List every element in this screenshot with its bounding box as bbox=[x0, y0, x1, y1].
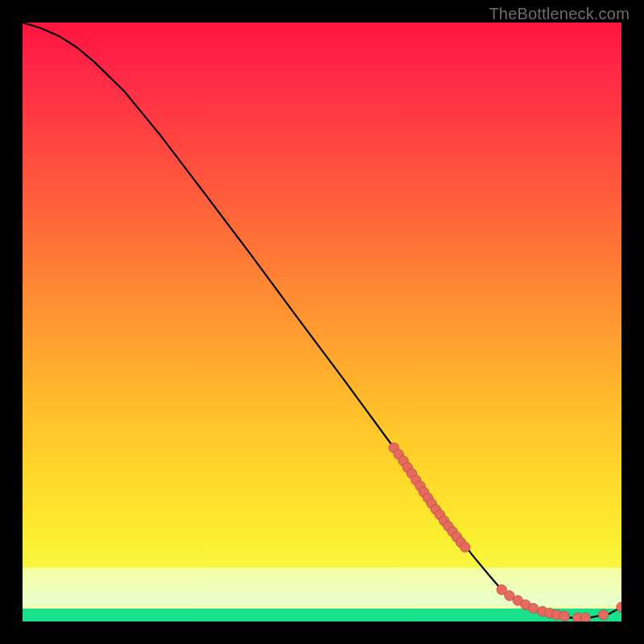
data-point-dot bbox=[598, 610, 608, 620]
data-point-dot bbox=[528, 603, 538, 613]
data-point-dot bbox=[460, 543, 470, 552]
bottleneck-curve bbox=[23, 23, 621, 618]
curve-layer bbox=[23, 23, 621, 621]
plot-area bbox=[23, 23, 621, 621]
watermark-text: TheBottleneck.com bbox=[489, 5, 630, 23]
data-point-dot bbox=[559, 611, 569, 621]
data-point-dot bbox=[617, 602, 621, 612]
marker-group bbox=[389, 443, 621, 621]
chart-stage: TheBottleneck.com bbox=[0, 0, 644, 644]
data-point-dot bbox=[580, 613, 590, 621]
